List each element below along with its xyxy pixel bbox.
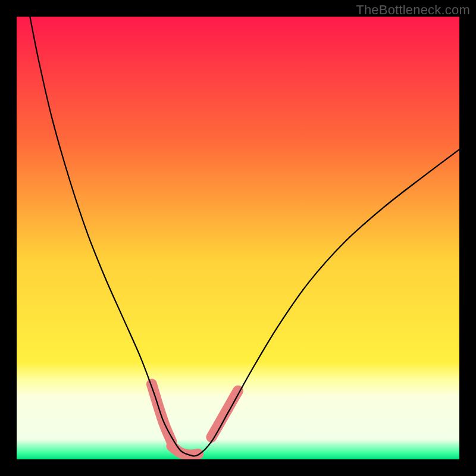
plot-area xyxy=(17,17,459,459)
chart-svg xyxy=(17,17,459,459)
outer-frame: TheBottleneck.com xyxy=(0,0,476,476)
watermark-text: TheBottleneck.com xyxy=(356,2,470,18)
